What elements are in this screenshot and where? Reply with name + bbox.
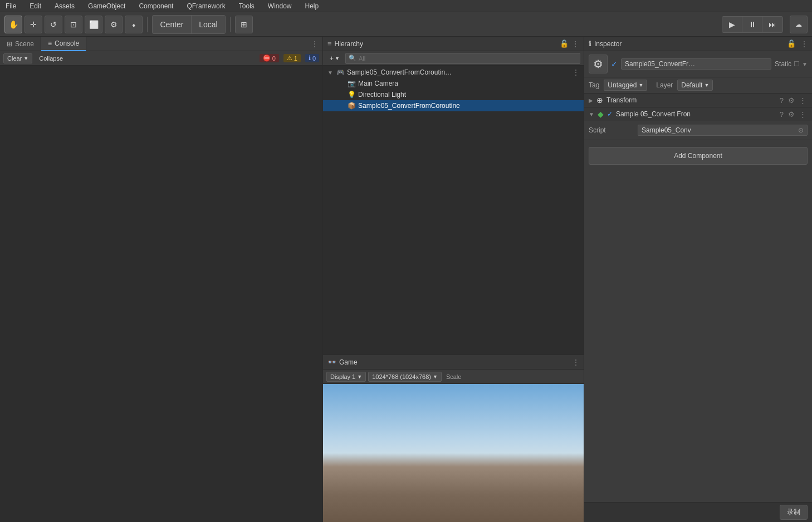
menu-assets[interactable]: Assets bbox=[52, 2, 77, 10]
script-prop-value[interactable]: Sample05_Conv ⊙ bbox=[638, 125, 808, 136]
inspector-icon: ℹ bbox=[589, 40, 591, 48]
play-controls: ▶ ⏸ ⏭ bbox=[722, 16, 783, 33]
toolbar-separator-2 bbox=[230, 17, 231, 32]
script-header[interactable]: ▼ ◆ ✓ Sample 05_Convert Fron ? ⚙ ⋮ bbox=[584, 107, 812, 121]
transform-header[interactable]: ▶ ⊕ Transform ? ⚙ ⋮ bbox=[584, 93, 812, 107]
tool-multi[interactable]: ⬧ bbox=[125, 16, 143, 33]
add-dropdown-arrow: ▼ bbox=[335, 56, 340, 61]
cloud-button[interactable]: ☁ bbox=[790, 16, 808, 33]
collapse-button[interactable]: Collapse bbox=[35, 54, 67, 63]
game-toolbar: Display 1 ▼ 1024*768 (1024x768) ▼ Scale bbox=[323, 370, 584, 384]
clear-dropdown-arrow[interactable]: ▼ bbox=[23, 56, 28, 61]
resolution-label: 1024*768 (1024x768) bbox=[372, 373, 431, 380]
script-prop-icon: ⊙ bbox=[798, 126, 804, 134]
tab-scene[interactable]: ⊞ Scene bbox=[0, 37, 41, 51]
tree-icon-camera: 📷 bbox=[348, 80, 356, 87]
panel-tabs: ⊞ Scene ≡ Console ⋮ bbox=[0, 37, 322, 51]
transform-icon: ⊕ bbox=[596, 96, 603, 105]
tree-label-camera: Main Camera bbox=[358, 80, 398, 87]
tree-item-main-camera[interactable]: 📷 Main Camera bbox=[323, 78, 584, 89]
menu-component[interactable]: Component bbox=[136, 2, 175, 10]
display-dropdown[interactable]: Display 1 ▼ bbox=[326, 372, 366, 382]
layer-dropdown[interactable]: Default ▼ bbox=[677, 80, 713, 91]
menu-gameobject[interactable]: GameObject bbox=[86, 2, 128, 10]
inspector-lock-icon[interactable]: 🔓 bbox=[787, 40, 796, 48]
hierarchy-search-box[interactable]: 🔍 bbox=[345, 53, 580, 64]
script-enabled-check[interactable]: ✓ bbox=[607, 110, 613, 118]
transform-arrow: ▶ bbox=[589, 97, 593, 104]
hierarchy-title: Hierarchy bbox=[335, 40, 363, 48]
transform-help-btn[interactable]: ? bbox=[779, 96, 785, 105]
tool-rotate[interactable]: ↺ bbox=[45, 16, 62, 33]
tool-rect[interactable]: ⬜ bbox=[85, 16, 102, 33]
obj-header: ⚙ ✓ Sample05_ConvertFr… Static ☐ ▼ bbox=[584, 51, 812, 77]
inspector-header: ℹ Inspector 🔓 ⋮ bbox=[584, 37, 812, 51]
obj-name-field[interactable]: Sample05_ConvertFr… bbox=[621, 58, 771, 70]
script-settings-btn[interactable]: ⚙ bbox=[787, 110, 796, 119]
tool-hand[interactable]: ✋ bbox=[4, 16, 22, 33]
menu-tools[interactable]: Tools bbox=[237, 2, 257, 10]
game-more-btn[interactable]: ⋮ bbox=[573, 358, 579, 366]
menu-qframework[interactable]: QFramework bbox=[184, 2, 227, 10]
hierarchy-search-input[interactable] bbox=[359, 55, 577, 62]
static-dropdown-arrow[interactable]: ▼ bbox=[802, 61, 808, 67]
error-icon: ⛔ bbox=[263, 55, 271, 62]
tree-item-root[interactable]: ▼ 🎮 Sample05_ConvertFromCoroutin… ⋮ bbox=[323, 67, 584, 78]
game-view bbox=[323, 384, 584, 522]
script-component: ▼ ◆ ✓ Sample 05_Convert Fron ? ⚙ ⋮ Scrip… bbox=[584, 107, 812, 140]
badge-info[interactable]: ℹ 0 bbox=[305, 54, 319, 62]
record-button[interactable]: 录制 bbox=[780, 505, 808, 520]
inspector-more-btn[interactable]: ⋮ bbox=[801, 40, 808, 48]
menu-file[interactable]: File bbox=[3, 2, 18, 10]
script-more-btn[interactable]: ⋮ bbox=[798, 110, 808, 119]
console-tab-label: Console bbox=[55, 40, 79, 47]
clear-label: Clear bbox=[7, 55, 22, 62]
obj-enabled-check[interactable]: ✓ bbox=[611, 60, 618, 68]
hierarchy-lock-icon[interactable]: 🔓 bbox=[560, 40, 569, 48]
console-tab-icon: ≡ bbox=[48, 40, 52, 47]
script-help-btn[interactable]: ? bbox=[779, 110, 785, 119]
menu-edit[interactable]: Edit bbox=[27, 2, 43, 10]
clear-button[interactable]: Clear ▼ bbox=[3, 53, 32, 63]
pivot-local-btn[interactable]: Local bbox=[192, 16, 225, 33]
static-checkbox[interactable]: ☐ bbox=[794, 60, 800, 68]
scene-tab-icon: ⊞ bbox=[7, 40, 12, 48]
pivot-center-btn[interactable]: Center bbox=[153, 16, 192, 33]
tool-scale[interactable]: ⊡ bbox=[65, 16, 82, 33]
tree-more-root[interactable]: ⋮ bbox=[573, 68, 579, 76]
tool-transform[interactable]: ⚙ bbox=[105, 16, 123, 33]
layer-value: Default bbox=[681, 81, 702, 89]
badge-error[interactable]: ⛔ 0 bbox=[260, 54, 279, 62]
hierarchy-panel: ≡ Hierarchy 🔓 ⋮ + ▼ 🔍 bbox=[323, 37, 584, 355]
transform-actions: ? ⚙ ⋮ bbox=[779, 96, 808, 105]
tree-item-dir-light[interactable]: 💡 Directional Light bbox=[323, 89, 584, 100]
play-button[interactable]: ▶ bbox=[722, 17, 742, 32]
grid-btn[interactable]: ⊞ bbox=[235, 16, 253, 33]
console-toolbar: Clear ▼ Collapse ⛔ 0 ⚠ 1 ℹ 0 bbox=[0, 51, 322, 66]
menu-window[interactable]: Window bbox=[266, 2, 294, 10]
warn-count: 1 bbox=[294, 55, 297, 62]
hierarchy-add-button[interactable]: + ▼ bbox=[326, 53, 343, 63]
inspector-bottom-area: 录制 bbox=[584, 502, 812, 522]
inspector-panel: ℹ Inspector 🔓 ⋮ ⚙ ✓ Sample05_ConvertFr… … bbox=[584, 37, 812, 522]
hierarchy-toolbar: + ▼ 🔍 bbox=[323, 51, 584, 66]
menu-help[interactable]: Help bbox=[303, 2, 321, 10]
tool-move[interactable]: ✛ bbox=[25, 16, 42, 33]
badge-warn[interactable]: ⚠ 1 bbox=[283, 54, 301, 62]
add-component-button[interactable]: Add Component bbox=[589, 147, 808, 165]
pause-button[interactable]: ⏸ bbox=[742, 17, 762, 32]
tree-item-sample05[interactable]: 📦 Sample05_ConvertFromCoroutine bbox=[323, 100, 584, 111]
game-panel-header: 👓 Game ⋮ bbox=[323, 355, 584, 370]
step-button[interactable]: ⏭ bbox=[762, 17, 782, 32]
hierarchy-more-btn[interactable]: ⋮ bbox=[571, 40, 579, 48]
tag-label: Tag bbox=[589, 81, 599, 89]
resolution-dropdown[interactable]: 1024*768 (1024x768) ▼ bbox=[368, 372, 442, 382]
tree-label-sample05: Sample05_ConvertFromCoroutine bbox=[358, 102, 460, 110]
error-count: 0 bbox=[272, 55, 276, 62]
panel-tabs-more[interactable]: ⋮ bbox=[307, 40, 322, 48]
search-icon: 🔍 bbox=[349, 55, 356, 62]
tag-dropdown[interactable]: Untagged ▼ bbox=[604, 80, 647, 91]
transform-more-btn[interactable]: ⋮ bbox=[798, 96, 808, 105]
transform-settings-btn[interactable]: ⚙ bbox=[787, 96, 796, 105]
tab-console[interactable]: ≡ Console bbox=[41, 37, 86, 51]
